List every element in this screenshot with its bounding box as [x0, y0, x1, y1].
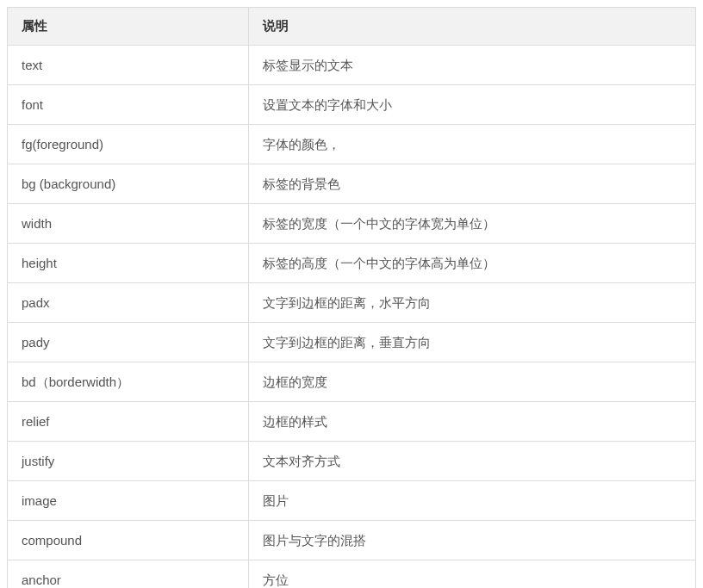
cell-attribute: pady: [8, 323, 249, 362]
table-row: width 标签的宽度（一个中文的字体宽为单位）: [8, 204, 696, 244]
cell-description: 标签显示的文本: [249, 46, 696, 85]
cell-description: 文字到边框的距离，垂直方向: [249, 323, 696, 362]
table-row: fg(foreground) 字体的颜色，: [8, 125, 696, 164]
table-row: compound 图片与文字的混搭: [8, 521, 696, 560]
table-row: pady 文字到边框的距离，垂直方向: [8, 323, 696, 362]
table-row: bd（borderwidth） 边框的宽度: [8, 362, 696, 402]
cell-attribute: justify: [8, 442, 249, 481]
cell-attribute: relief: [8, 402, 249, 442]
attribute-table-container: 属性 说明 text 标签显示的文本 font 设置文本的字体和大小 fg(fo…: [7, 7, 696, 588]
table-row: text 标签显示的文本: [8, 46, 696, 85]
cell-description: 图片: [249, 481, 696, 521]
cell-description: 文字到边框的距离，水平方向: [249, 283, 696, 323]
cell-description: 边框的宽度: [249, 362, 696, 402]
cell-description: 文本对齐方式: [249, 442, 696, 481]
header-attribute: 属性: [8, 8, 249, 46]
cell-description: 方位: [249, 560, 696, 589]
cell-description: 标签的高度（一个中文的字体高为单位）: [249, 244, 696, 283]
cell-attribute: font: [8, 85, 249, 125]
table-header-row: 属性 说明: [8, 8, 696, 46]
cell-attribute: bg (background): [8, 164, 249, 204]
table-row: bg (background) 标签的背景色: [8, 164, 696, 204]
cell-attribute: text: [8, 46, 249, 85]
table-row: padx 文字到边框的距离，水平方向: [8, 283, 696, 323]
cell-description: 图片与文字的混搭: [249, 521, 696, 560]
cell-attribute: image: [8, 481, 249, 521]
table-row: justify 文本对齐方式: [8, 442, 696, 481]
cell-attribute: padx: [8, 283, 249, 323]
cell-description: 字体的颜色，: [249, 125, 696, 164]
cell-attribute: anchor: [8, 560, 249, 589]
cell-attribute: compound: [8, 521, 249, 560]
table-row: anchor 方位: [8, 560, 696, 589]
table-row: height 标签的高度（一个中文的字体高为单位）: [8, 244, 696, 283]
cell-attribute: width: [8, 204, 249, 244]
attribute-table: 属性 说明 text 标签显示的文本 font 设置文本的字体和大小 fg(fo…: [7, 7, 696, 588]
table-row: image 图片: [8, 481, 696, 521]
cell-description: 设置文本的字体和大小: [249, 85, 696, 125]
table-row: relief 边框的样式: [8, 402, 696, 442]
header-description: 说明: [249, 8, 696, 46]
cell-description: 边框的样式: [249, 402, 696, 442]
cell-description: 标签的宽度（一个中文的字体宽为单位）: [249, 204, 696, 244]
cell-attribute: bd（borderwidth）: [8, 362, 249, 402]
cell-description: 标签的背景色: [249, 164, 696, 204]
cell-attribute: fg(foreground): [8, 125, 249, 164]
table-row: font 设置文本的字体和大小: [8, 85, 696, 125]
cell-attribute: height: [8, 244, 249, 283]
